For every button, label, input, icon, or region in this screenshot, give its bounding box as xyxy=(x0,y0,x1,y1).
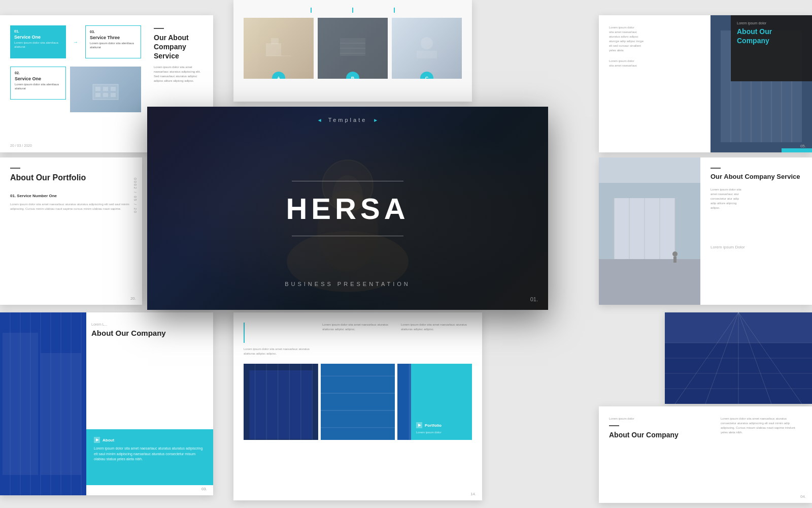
br2-right-content: Lorem ipsum dolor sita amet naesarlauc a… xyxy=(721,417,802,493)
tr-lorem-text: Lorem ipsum dolorsita amet naesarlaucatu… xyxy=(609,25,700,53)
bc-photo-3: ▶ Portfolio Lorem ipsum dolor xyxy=(397,364,472,440)
slide-bottom-center: Lorem ipsum dolor sita amet naesarlauc a… xyxy=(233,312,482,500)
mr-building-image xyxy=(599,157,700,305)
svg-rect-49 xyxy=(249,370,312,439)
center-main-slide: ◄ Template ► HERSA BUSINESS PRESENTATION… xyxy=(147,107,548,310)
bc-col1-text: Lorem ipsum dolor sita amet naesarlauc a… xyxy=(244,347,315,356)
tc-line-center xyxy=(352,8,353,13)
service-box-3: 03. Service Three Lorem ipsum dolor sita… xyxy=(85,25,141,58)
tr-small-label: Lorem ipsum dolor xyxy=(737,21,806,25)
slide-bottom-right-1 xyxy=(665,312,812,404)
bc-photo-2 xyxy=(321,364,395,440)
svg-rect-1 xyxy=(95,87,100,91)
svg-rect-2 xyxy=(103,87,108,91)
mr-dash xyxy=(710,168,721,169)
slide-top-center: A B xyxy=(233,0,472,102)
nav-right-arrow[interactable]: ► xyxy=(373,117,378,123)
center-nav: ◄ Template ► xyxy=(317,117,378,123)
slide-middle-left: About Our Portfolio 01. Service Number O… xyxy=(0,157,142,305)
svg-rect-3 xyxy=(111,87,116,91)
bl-building-image xyxy=(0,312,86,495)
br2-dash xyxy=(609,425,619,426)
tr-dark-overlay: Lorem ipsum dolor About Our Company xyxy=(731,15,812,81)
svg-rect-35 xyxy=(673,257,676,263)
portfolio-label: Portfolio xyxy=(425,423,442,428)
mr-lorem-label: Lorem ipsum Dolor xyxy=(710,214,802,249)
center-line-bottom xyxy=(292,236,403,236)
ml-service-title: 01. Service Number One xyxy=(10,194,132,198)
svg-rect-5 xyxy=(103,93,108,97)
mr-content: Our About Company Service Lorem ipsum do… xyxy=(700,157,812,305)
photo-c: C xyxy=(392,18,462,79)
mr-title: Our About Company Service xyxy=(710,173,802,181)
slide-middle-right: Our About Company Service Lorem ipsum do… xyxy=(599,157,812,305)
portfolio-text: Lorem ipsum dolor xyxy=(416,430,467,435)
slide-service-title: Our About Company Service xyxy=(154,33,203,61)
svg-point-14 xyxy=(421,37,433,49)
ml-portfolio-num: 0002 / 05 / 20 xyxy=(133,178,137,214)
bc-photos-row: ▶ Portfolio Lorem ipsum dolor xyxy=(244,364,472,440)
tr-company-title: About Our Company xyxy=(737,27,806,45)
bc-photo-1 xyxy=(244,364,318,440)
svg-rect-27 xyxy=(599,259,700,305)
slide-bottom-right-2: Lorem ipsum dolor About Our Company Lore… xyxy=(599,406,812,503)
photo-a: A xyxy=(244,18,314,79)
br2-title: About Our Company xyxy=(609,430,710,439)
slide-date: 20 / 03 / 2020 xyxy=(10,144,32,147)
center-title: HERSA xyxy=(286,192,409,226)
portfolio-arrow-icon: ▶ xyxy=(416,422,422,428)
tr-left-content: Lorem ipsum dolorsita amet naesarlaucatu… xyxy=(599,15,710,152)
template-label: Template xyxy=(328,117,367,123)
tc-line-right xyxy=(394,8,395,13)
svg-rect-46 xyxy=(3,333,38,475)
bc-portfolio-box: ▶ Portfolio Lorem ipsum dolor xyxy=(411,364,472,440)
svg-rect-47 xyxy=(41,353,81,475)
photo-row-abc: A B xyxy=(244,18,462,79)
title-dash xyxy=(154,28,164,29)
slide-service-body: Lorem ipsum dolor sita amet naesarlauc a… xyxy=(154,65,203,83)
center-slide-number: 01. xyxy=(530,296,538,302)
br2-small-text: Lorem ipsum dolor xyxy=(609,417,710,421)
nav-left-arrow[interactable]: ◄ xyxy=(317,117,322,123)
bl-title: About Our Company xyxy=(91,328,208,338)
br2-left-content: Lorem ipsum dolor About Our Company xyxy=(609,417,710,493)
bc-col3-text: Lorem ipsum dolor sita amet naesarlauc a… xyxy=(401,323,472,332)
svg-point-34 xyxy=(672,251,678,257)
ml-title: About Our Portfolio xyxy=(10,173,132,183)
ml-dash xyxy=(10,168,20,169)
tc-line-left xyxy=(311,8,312,13)
bc-text-row: Lorem ipsum dolor sita amet naesarlauc a… xyxy=(244,323,472,356)
office-image xyxy=(70,67,141,112)
svg-rect-6 xyxy=(111,93,116,97)
service-box-2: 02. Service One Lorem ipsum dolor sita a… xyxy=(10,67,66,100)
ml-slide-num: 20. xyxy=(130,296,136,301)
bl-about-label: ▶ About xyxy=(94,437,206,443)
svg-rect-15 xyxy=(417,51,437,58)
tr-lorem-text2: Lorem ipsum dolorsita amet naesarlauc xyxy=(609,59,700,68)
bc-slide-num: 14. xyxy=(470,492,476,496)
bc-cyan-line xyxy=(244,323,245,343)
slide-bottom-left: Lorem L... About Our Company ▶ About Lor… xyxy=(0,312,213,495)
br2-body-text: Lorem ipsum dolor sita amet naesarlauc a… xyxy=(721,417,802,435)
tr-cyan-bar xyxy=(782,148,812,152)
bl-content: Lorem L... About Our Company xyxy=(91,323,208,338)
bl-about-text: Lorem ipsum dolor sita amet naesarlauc a… xyxy=(94,446,206,462)
svg-rect-4 xyxy=(95,93,100,97)
bl-lorem-small: Lorem L... xyxy=(91,323,208,326)
bl-cyan-box: ▶ About Lorem ipsum dolor sita amet naes… xyxy=(86,429,213,485)
center-line-top xyxy=(292,181,403,181)
bc-col2-text: Lorem ipsum dolor sita amet naesarlauc a… xyxy=(322,323,393,332)
br2-slide-num: 04. xyxy=(800,494,806,499)
photo-b: B xyxy=(318,18,388,79)
bl-arrow-icon: ▶ xyxy=(94,437,100,443)
svg-rect-0 xyxy=(93,84,118,100)
mr-lorem-text: Lorem ipsum dolor sitaamet naesarlauc at… xyxy=(710,187,802,210)
service-box-1: 01. Service One Lorem ipsum dolor sita a… xyxy=(10,25,66,58)
svg-rect-7 xyxy=(266,43,281,56)
tr-slide-number: 05. xyxy=(800,144,806,148)
bl-slide-num: 03. xyxy=(201,487,207,491)
svg-rect-8 xyxy=(271,38,279,44)
slide-top-right: Lorem ipsum dolorsita amet naesarlaucatu… xyxy=(599,15,812,152)
ml-service-text: Lorem ipsum dolor sita amet naesarlauc a… xyxy=(10,202,132,211)
center-subtitle: BUSINESS PRESENTATION xyxy=(285,281,411,287)
